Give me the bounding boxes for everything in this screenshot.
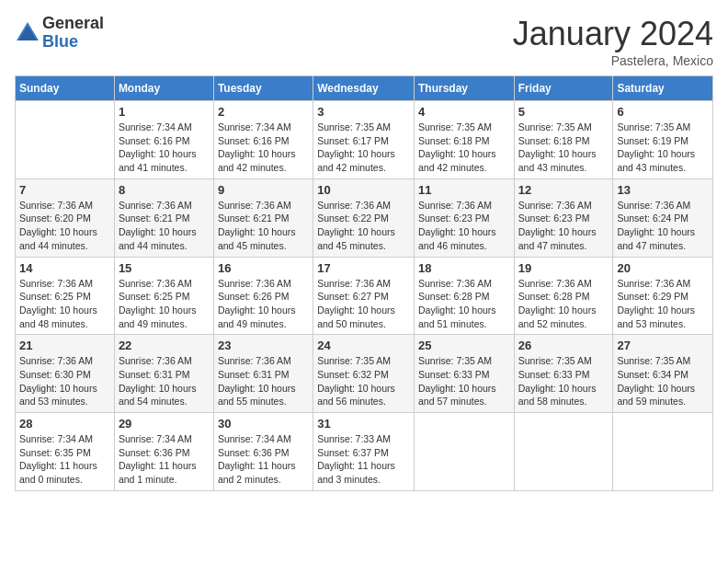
day-info: Sunrise: 7:35 AMSunset: 6:32 PMDaylight:… xyxy=(317,354,410,408)
logo-text: General Blue xyxy=(42,15,104,52)
calendar-cell: 29Sunrise: 7:34 AMSunset: 6:36 PMDayligh… xyxy=(114,413,213,491)
calendar-cell: 5Sunrise: 7:35 AMSunset: 6:18 PMDaylight… xyxy=(514,101,613,179)
calendar-cell: 14Sunrise: 7:36 AMSunset: 6:25 PMDayligh… xyxy=(16,257,115,335)
calendar-cell: 9Sunrise: 7:36 AMSunset: 6:21 PMDaylight… xyxy=(213,178,313,257)
calendar-cell: 10Sunrise: 7:36 AMSunset: 6:22 PMDayligh… xyxy=(313,178,415,257)
day-info: Sunrise: 7:35 AMSunset: 6:18 PMDaylight:… xyxy=(418,121,510,175)
day-info: Sunrise: 7:36 AMSunset: 6:23 PMDaylight:… xyxy=(518,199,609,253)
calendar-cell: 4Sunrise: 7:35 AMSunset: 6:18 PMDaylight… xyxy=(414,101,514,179)
day-info: Sunrise: 7:36 AMSunset: 6:25 PMDaylight:… xyxy=(119,277,210,331)
day-number: 26 xyxy=(518,339,609,352)
day-info: Sunrise: 7:36 AMSunset: 6:25 PMDaylight:… xyxy=(19,277,110,331)
day-number: 10 xyxy=(317,183,410,197)
calendar-cell: 23Sunrise: 7:36 AMSunset: 6:31 PMDayligh… xyxy=(213,335,313,413)
day-info: Sunrise: 7:36 AMSunset: 6:31 PMDaylight:… xyxy=(119,354,210,408)
page-header: General Blue January 2024 Pastelera, Mex… xyxy=(15,15,713,68)
calendar-cell: 21Sunrise: 7:36 AMSunset: 6:30 PMDayligh… xyxy=(16,335,115,413)
day-number: 14 xyxy=(19,261,110,275)
day-info: Sunrise: 7:36 AMSunset: 6:31 PMDaylight:… xyxy=(218,354,309,408)
day-info: Sunrise: 7:35 AMSunset: 6:33 PMDaylight:… xyxy=(518,354,609,408)
day-info: Sunrise: 7:36 AMSunset: 6:22 PMDaylight:… xyxy=(317,199,410,253)
day-info: Sunrise: 7:36 AMSunset: 6:29 PMDaylight:… xyxy=(617,277,709,331)
day-info: Sunrise: 7:36 AMSunset: 6:30 PMDaylight:… xyxy=(19,354,110,408)
calendar-table: SundayMondayTuesdayWednesdayThursdayFrid… xyxy=(15,75,713,491)
header-row: SundayMondayTuesdayWednesdayThursdayFrid… xyxy=(16,76,713,101)
title-block: January 2024 Pastelera, Mexico xyxy=(513,15,713,68)
calendar-body: 1Sunrise: 7:34 AMSunset: 6:16 PMDaylight… xyxy=(16,101,713,491)
day-number: 4 xyxy=(418,105,510,119)
calendar-cell: 20Sunrise: 7:36 AMSunset: 6:29 PMDayligh… xyxy=(613,257,713,335)
day-number: 18 xyxy=(418,261,510,275)
day-info: Sunrise: 7:34 AMSunset: 6:16 PMDaylight:… xyxy=(218,121,309,175)
day-number: 22 xyxy=(119,339,210,352)
day-info: Sunrise: 7:35 AMSunset: 6:34 PMDaylight:… xyxy=(617,354,709,408)
day-info: Sunrise: 7:36 AMSunset: 6:23 PMDaylight:… xyxy=(418,199,510,253)
day-info: Sunrise: 7:36 AMSunset: 6:28 PMDaylight:… xyxy=(518,277,609,331)
day-info: Sunrise: 7:36 AMSunset: 6:20 PMDaylight:… xyxy=(19,199,110,253)
calendar-cell xyxy=(613,413,713,491)
header-cell-monday: Monday xyxy=(114,76,213,101)
day-number: 19 xyxy=(518,261,609,275)
calendar-cell: 18Sunrise: 7:36 AMSunset: 6:28 PMDayligh… xyxy=(414,257,514,335)
day-number: 9 xyxy=(218,183,309,197)
logo-icon xyxy=(15,20,40,46)
calendar-week-1: 1Sunrise: 7:34 AMSunset: 6:16 PMDaylight… xyxy=(16,101,713,179)
calendar-week-5: 28Sunrise: 7:34 AMSunset: 6:35 PMDayligh… xyxy=(16,413,713,491)
day-info: Sunrise: 7:36 AMSunset: 6:24 PMDaylight:… xyxy=(617,199,709,253)
day-number: 11 xyxy=(418,183,510,197)
calendar-header: SundayMondayTuesdayWednesdayThursdayFrid… xyxy=(16,76,713,101)
day-number: 24 xyxy=(317,339,410,352)
day-info: Sunrise: 7:36 AMSunset: 6:27 PMDaylight:… xyxy=(317,277,410,331)
calendar-week-4: 21Sunrise: 7:36 AMSunset: 6:30 PMDayligh… xyxy=(16,335,713,413)
calendar-cell: 2Sunrise: 7:34 AMSunset: 6:16 PMDaylight… xyxy=(213,101,313,179)
month-title: January 2024 xyxy=(513,15,713,53)
calendar-week-2: 7Sunrise: 7:36 AMSunset: 6:20 PMDaylight… xyxy=(16,178,713,257)
calendar-cell: 17Sunrise: 7:36 AMSunset: 6:27 PMDayligh… xyxy=(313,257,415,335)
calendar-cell: 28Sunrise: 7:34 AMSunset: 6:35 PMDayligh… xyxy=(16,413,115,491)
day-number: 25 xyxy=(418,339,510,352)
day-number: 17 xyxy=(317,261,410,275)
logo-general: General xyxy=(42,15,104,33)
calendar-cell xyxy=(16,101,115,179)
calendar-cell: 27Sunrise: 7:35 AMSunset: 6:34 PMDayligh… xyxy=(613,335,713,413)
day-number: 15 xyxy=(119,261,210,275)
calendar-cell: 11Sunrise: 7:36 AMSunset: 6:23 PMDayligh… xyxy=(414,178,514,257)
calendar-cell: 7Sunrise: 7:36 AMSunset: 6:20 PMDaylight… xyxy=(16,178,115,257)
day-number: 29 xyxy=(119,417,210,431)
day-info: Sunrise: 7:34 AMSunset: 6:36 PMDaylight:… xyxy=(119,432,210,487)
day-info: Sunrise: 7:35 AMSunset: 6:18 PMDaylight:… xyxy=(518,121,609,175)
calendar-cell: 25Sunrise: 7:35 AMSunset: 6:33 PMDayligh… xyxy=(414,335,514,413)
header-cell-sunday: Sunday xyxy=(16,76,115,101)
calendar-cell: 26Sunrise: 7:35 AMSunset: 6:33 PMDayligh… xyxy=(514,335,613,413)
day-number: 31 xyxy=(317,417,410,431)
calendar-week-3: 14Sunrise: 7:36 AMSunset: 6:25 PMDayligh… xyxy=(16,257,713,335)
day-number: 30 xyxy=(218,417,309,431)
calendar-cell: 31Sunrise: 7:33 AMSunset: 6:37 PMDayligh… xyxy=(313,413,415,491)
header-cell-friday: Friday xyxy=(514,76,613,101)
calendar-cell: 30Sunrise: 7:34 AMSunset: 6:36 PMDayligh… xyxy=(213,413,313,491)
calendar-cell xyxy=(414,413,514,491)
day-info: Sunrise: 7:36 AMSunset: 6:26 PMDaylight:… xyxy=(218,277,309,331)
day-number: 27 xyxy=(617,339,709,352)
day-number: 7 xyxy=(19,183,110,197)
day-number: 28 xyxy=(19,417,110,431)
day-number: 13 xyxy=(617,183,709,197)
day-number: 12 xyxy=(518,183,609,197)
day-number: 6 xyxy=(617,105,709,119)
calendar-cell: 13Sunrise: 7:36 AMSunset: 6:24 PMDayligh… xyxy=(613,178,713,257)
day-number: 5 xyxy=(518,105,609,119)
calendar-cell: 8Sunrise: 7:36 AMSunset: 6:21 PMDaylight… xyxy=(114,178,213,257)
calendar-cell: 1Sunrise: 7:34 AMSunset: 6:16 PMDaylight… xyxy=(114,101,213,179)
day-info: Sunrise: 7:34 AMSunset: 6:35 PMDaylight:… xyxy=(19,432,110,487)
calendar-cell xyxy=(514,413,613,491)
day-number: 8 xyxy=(119,183,210,197)
day-number: 3 xyxy=(317,105,410,119)
calendar-cell: 24Sunrise: 7:35 AMSunset: 6:32 PMDayligh… xyxy=(313,335,415,413)
day-number: 21 xyxy=(19,339,110,352)
day-number: 23 xyxy=(218,339,309,352)
day-number: 16 xyxy=(218,261,309,275)
day-number: 20 xyxy=(617,261,709,275)
header-cell-thursday: Thursday xyxy=(414,76,514,101)
day-info: Sunrise: 7:36 AMSunset: 6:28 PMDaylight:… xyxy=(418,277,510,331)
day-info: Sunrise: 7:35 AMSunset: 6:19 PMDaylight:… xyxy=(617,121,709,175)
